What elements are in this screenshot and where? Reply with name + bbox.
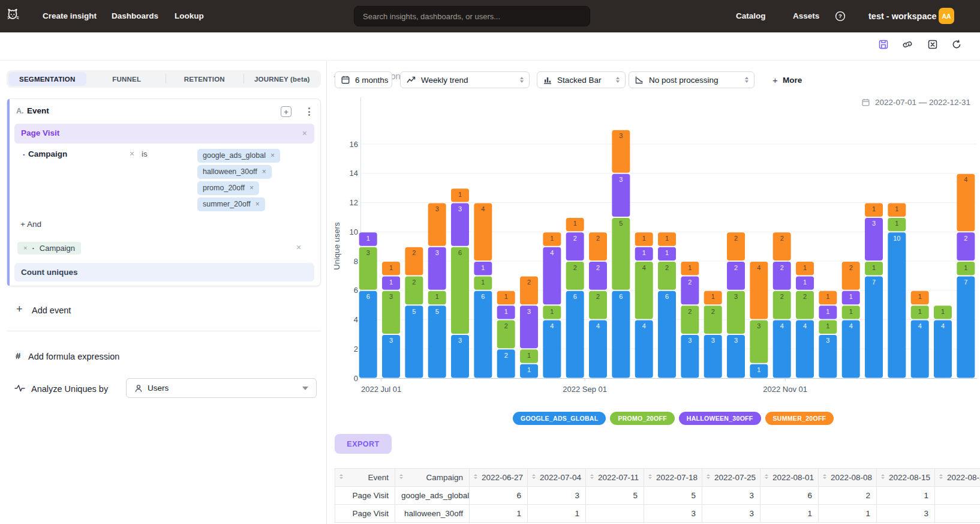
remove-tag-icon[interactable]: ×	[255, 200, 260, 208]
chart-type-select[interactable]: Stacked Bar	[537, 71, 626, 88]
event-row[interactable]: Page Visit ×	[14, 124, 314, 143]
svg-text:1: 1	[481, 264, 485, 271]
search-input[interactable]	[354, 6, 590, 26]
add-clause-button[interactable]: +	[281, 106, 291, 117]
nav-create-insight[interactable]: Create insight	[43, 0, 97, 32]
svg-text:3: 3	[458, 205, 462, 212]
table-header[interactable]: 2022-07-11	[586, 469, 644, 487]
analyze-by-select[interactable]: Users	[126, 378, 317, 398]
tab-retention[interactable]: RETENTION	[166, 70, 244, 88]
sort-icon[interactable]	[339, 474, 343, 479]
table-header[interactable]: 2022-08-01	[760, 469, 819, 487]
legend-summer_20off[interactable]: SUMMER_20OFF	[765, 412, 834, 425]
refresh-icon[interactable]	[951, 39, 962, 50]
table-header[interactable]: 2022-08-22	[935, 469, 980, 487]
sort-icon[interactable]	[648, 474, 652, 479]
table-header[interactable]: 2022-08-08	[819, 469, 877, 487]
sort-icon[interactable]	[881, 474, 885, 479]
table-cell: Page Visit	[335, 487, 395, 505]
add-formula-button[interactable]: Add formula expression	[28, 352, 119, 361]
table-header[interactable]: 2022-08-15	[877, 469, 935, 487]
filter-operator[interactable]: is	[142, 149, 148, 158]
filter-value-tag[interactable]: halloween_30off×	[197, 165, 272, 179]
sort-icon[interactable]	[707, 474, 710, 479]
table-header[interactable]: 2022-06-27	[470, 469, 528, 487]
date-button-label: 6 months	[355, 76, 389, 85]
table-header[interactable]: 2022-07-18	[644, 469, 702, 487]
sort-icon[interactable]	[823, 474, 826, 479]
legend-promo_20off[interactable]: PROMO_20OFF	[610, 412, 674, 425]
table-header[interactable]: 2022-07-04	[528, 469, 586, 487]
copy-link-icon[interactable]	[902, 39, 913, 50]
avatar[interactable]: AA	[939, 8, 954, 24]
breakdown-chip[interactable]: × · Campaign	[17, 242, 81, 254]
legend-halloween_30off[interactable]: HALLOWEEN_30OFF	[679, 412, 761, 425]
sort-icon[interactable]	[590, 474, 594, 479]
stacked-bar-chart: 0246810121416Unique users631331152251333…	[326, 90, 980, 400]
remove-tag-icon[interactable]: ×	[270, 152, 275, 159]
svg-text:3: 3	[757, 322, 760, 330]
filter-value-tag[interactable]: google_ads_global×	[197, 149, 280, 163]
svg-text:2: 2	[734, 235, 738, 242]
aggregation-row[interactable]: Count uniques	[14, 263, 314, 282]
title-row: + Add title + Add description	[0, 32, 980, 61]
remove-tag-icon[interactable]: ×	[262, 168, 266, 175]
clear-icon[interactable]	[927, 39, 938, 50]
save-icon[interactable]	[878, 39, 889, 50]
filter-property[interactable]: Campaign	[28, 149, 67, 158]
svg-text:1: 1	[389, 264, 393, 271]
svg-text:1: 1	[941, 308, 945, 315]
sort-icon[interactable]	[765, 474, 768, 479]
data-table-wrap: EventCampaign2022-06-272022-07-042022-07…	[335, 468, 980, 524]
date-range-button[interactable]: 6 months	[335, 71, 392, 88]
remove-filter-icon[interactable]: ×	[130, 149, 134, 158]
svg-text:?: ?	[838, 13, 842, 19]
chevron-down-icon	[302, 387, 308, 390]
remove-tag-icon[interactable]: ×	[249, 184, 254, 191]
help-icon[interactable]: ?	[835, 11, 846, 22]
add-event-button[interactable]: Add event	[32, 306, 71, 315]
sort-icon[interactable]	[939, 474, 943, 479]
more-button[interactable]: More	[783, 76, 802, 85]
svg-text:4: 4	[550, 249, 554, 256]
remove-breakdown-icon[interactable]: ×	[23, 245, 27, 251]
tab-journey-beta-[interactable]: JOURNEY (beta)	[244, 70, 321, 88]
svg-text:1: 1	[458, 191, 462, 198]
topbar: Create insight Dashboards Lookup Catalog…	[0, 0, 980, 32]
select-arrows-icon	[745, 77, 748, 83]
svg-text:6: 6	[481, 293, 485, 300]
workspace-name[interactable]: test - workspace	[868, 0, 937, 32]
nav-dashboards[interactable]: Dashboards	[112, 0, 158, 32]
svg-text:1: 1	[757, 366, 760, 373]
post-processing-select[interactable]: No post processing	[629, 71, 754, 88]
sort-icon[interactable]	[474, 474, 477, 479]
legend-google_ads_global[interactable]: GOOGLE_ADS_GLOBAL	[513, 412, 606, 425]
sort-icon[interactable]	[532, 474, 536, 479]
svg-text:1: 1	[527, 352, 531, 359]
remove-event-icon[interactable]: ×	[302, 129, 307, 137]
svg-text:1: 1	[550, 308, 554, 315]
trend-select[interactable]: Weekly trend	[400, 71, 530, 88]
add-and-button[interactable]: + And	[20, 220, 41, 229]
remove-breakdown-row-icon[interactable]: ×	[296, 243, 301, 251]
svg-text:2: 2	[734, 264, 738, 271]
tab-segmentation[interactable]: SEGMENTATION	[8, 72, 86, 86]
svg-text:3: 3	[688, 337, 692, 344]
filter-value-tag[interactable]: promo_20off×	[197, 181, 259, 195]
cat-logo[interactable]	[6, 8, 20, 22]
filter-value-tag[interactable]: summer_20off×	[197, 197, 265, 211]
table-header[interactable]: Event	[335, 469, 395, 487]
kebab-menu-icon[interactable]	[305, 106, 313, 118]
sort-icon[interactable]	[399, 474, 403, 479]
svg-text:3: 3	[435, 249, 439, 256]
event-name[interactable]: Page Visit	[21, 128, 59, 137]
nav-catalog[interactable]: Catalog	[736, 0, 766, 32]
svg-text:1: 1	[366, 235, 370, 242]
table-header[interactable]: Campaign	[395, 469, 470, 487]
svg-text:3: 3	[435, 205, 439, 212]
table-header[interactable]: 2022-07-25	[702, 469, 760, 487]
nav-assets[interactable]: Assets	[793, 0, 819, 32]
export-button[interactable]: EXPORT	[335, 434, 392, 454]
tab-funnel[interactable]: FUNNEL	[88, 70, 166, 88]
nav-lookup[interactable]: Lookup	[175, 0, 204, 32]
